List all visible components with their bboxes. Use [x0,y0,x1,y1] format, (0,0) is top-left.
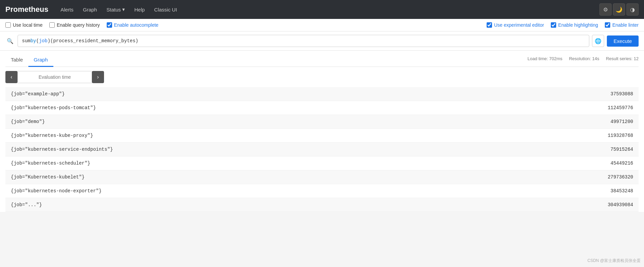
settings-button[interactable]: ⚙ [599,3,612,16]
nav-graph[interactable]: Graph [79,4,101,15]
query-input-display[interactable]: sum by(job)(process_resident_memory_byte… [18,35,589,47]
result-label: {job="Kubernetes-kubelet"} [5,170,485,184]
table-row: {job="kubernetes-pods-tomcat"}112459776 [5,101,639,115]
use-experimental-editor-checkbox[interactable] [487,22,492,28]
table-row: {job="kubernetes-scheduler"}45449216 [5,156,639,170]
nav-links: Alerts Graph Status ▾ Help Classic UI [56,4,599,15]
main-content: Table Graph Load time: 702ms Resolution:… [0,51,644,212]
result-label: {job="kubernetes-kube-proxy"} [5,129,485,143]
result-label: {job="kubernetes-service-endpoints"} [5,143,485,156]
result-value: 279736320 [485,170,639,184]
table-row: {job="demo"}49971200 [5,115,639,129]
nav-help[interactable]: Help [130,4,149,15]
resolution: Resolution: 14s [569,56,599,61]
nav-alerts[interactable]: Alerts [56,4,77,15]
table-row: {job="example-app"}37593088 [5,87,639,101]
result-value: 49971200 [485,115,639,129]
nav-classic-ui[interactable]: Classic UI [150,4,181,15]
use-local-time-option[interactable]: Use local time [5,22,43,28]
table-row: {job="kubernetes-service-endpoints"}7591… [5,143,639,156]
results-table: {job="example-app"}37593088{job="kuberne… [5,87,639,212]
enable-linter-option[interactable]: Enable linter [605,22,639,28]
chevron-down-icon: ▾ [122,6,125,13]
tab-meta: Load time: 702ms Resolution: 14s Result … [522,56,639,64]
result-label: {job="kubernetes-pods-tomcat"} [5,101,485,115]
execute-button[interactable]: Execute [607,35,639,47]
enable-linter-checkbox[interactable] [605,22,610,28]
nav-status[interactable]: Status ▾ [102,4,129,15]
table-row: {job="..."}304939084 [5,198,639,212]
enable-autocomplete-checkbox[interactable] [107,22,112,28]
load-time: Load time: 702ms [527,56,562,61]
enable-query-history-option[interactable]: Enable query history [49,22,100,28]
result-label: {job="..."} [5,198,485,212]
result-label: {job="kubernetes-scheduler"} [5,156,485,170]
result-series: Result series: 12 [606,56,639,61]
eval-row: ‹ › [5,67,639,87]
result-value: 304939084 [485,198,639,212]
enable-autocomplete-option[interactable]: Enable autocomplete [107,22,159,28]
use-local-time-checkbox[interactable] [5,22,11,28]
navbar: Prometheus Alerts Graph Status ▾ Help Cl… [0,0,644,19]
enable-query-history-checkbox[interactable] [49,22,55,28]
result-label: {job="demo"} [5,115,485,129]
result-value: 37593088 [485,87,639,101]
table-row: {job="kubernetes-node-exporter"}38453248 [5,184,639,198]
theme-buttons: ⚙ 🌙 ◑ [599,3,639,16]
contrast-button[interactable]: ◑ [626,3,639,16]
result-value: 45449216 [485,156,639,170]
result-label: {job="kubernetes-node-exporter"} [5,184,485,198]
result-label: {job="example-app"} [5,87,485,101]
tab-table[interactable]: Table [5,53,28,67]
query-bar: 🔍 sum by(job)(process_resident_memory_by… [0,31,644,51]
table-row: {job="kubernetes-kube-proxy"}119328768 [5,129,639,143]
enable-highlighting-checkbox[interactable] [551,22,556,28]
enable-highlighting-option[interactable]: Enable highlighting [551,22,598,28]
use-experimental-editor-option[interactable]: Use experimental editor [487,22,544,28]
tab-row: Table Graph Load time: 702ms Resolution:… [5,51,639,67]
result-value: 38453248 [485,184,639,198]
app-brand: Prometheus [5,5,48,14]
globe-button[interactable]: 🌐 [592,35,604,47]
result-value: 112459776 [485,101,639,115]
table-row: {job="Kubernetes-kubelet"}279736320 [5,170,639,184]
result-value: 119328768 [485,129,639,143]
eval-next-button[interactable]: › [92,71,104,83]
result-value: 75915264 [485,143,639,156]
options-bar: Use local time Enable query history Enab… [0,19,644,31]
tab-graph[interactable]: Graph [28,53,53,67]
dark-mode-button[interactable]: 🌙 [613,3,625,16]
eval-prev-button[interactable]: ‹ [5,71,18,83]
search-icon: 🔍 [5,38,15,44]
eval-time-input[interactable] [18,71,92,83]
